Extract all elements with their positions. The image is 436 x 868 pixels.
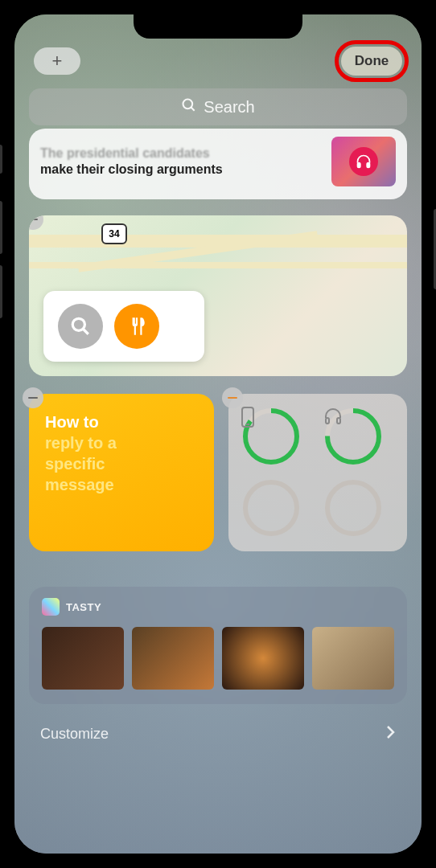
note-line: message [45,474,198,495]
notch [134,14,302,39]
screen: + Done Search The presidential candidate… [14,14,422,854]
map-actions-panel [43,291,204,362]
done-label: Done [355,53,389,69]
maps-widget[interactable]: 34 [29,215,407,376]
search-icon [181,97,197,117]
remove-widget-button[interactable] [23,387,43,408]
search-bar[interactable]: Search [29,88,407,125]
headphones-icon [349,147,378,176]
svg-point-15 [327,482,379,534]
tasty-thumbnails [42,627,394,690]
note-line: How to [45,411,198,432]
add-widget-button[interactable]: + [34,47,80,75]
svg-line-5 [83,329,88,334]
battery-ring-empty [241,478,301,538]
battery-ring-headphones [323,407,383,466]
remove-widget-button[interactable] [29,215,43,230]
route-shield: 34 [101,223,127,244]
tasty-label: TASTY [66,601,101,613]
svg-rect-2 [358,163,360,168]
svg-rect-13 [337,418,340,424]
news-widget[interactable]: The presidential candidates make their c… [29,129,407,199]
top-bar: + Done [29,47,407,76]
customize-button[interactable]: Customize [29,719,407,750]
svg-rect-12 [326,418,329,424]
done-button[interactable]: Done [341,47,402,76]
svg-rect-3 [367,163,369,168]
remove-widget-button[interactable] [222,387,243,408]
svg-point-0 [183,100,193,109]
map-search-button[interactable] [58,304,103,349]
recipe-thumbnail[interactable] [42,627,124,690]
widget-row: How to reply to a specific message [29,394,407,551]
tasty-header: TASTY [42,598,394,616]
mute-switch [0,145,2,174]
news-headline: The presidential candidates make their c… [40,145,322,178]
recipe-thumbnail[interactable] [132,627,214,690]
recipe-thumbnail[interactable] [312,627,394,690]
tasty-widget[interactable]: TASTY [29,587,407,704]
volume-up-button [0,201,2,254]
battery-ring-phone [241,407,301,466]
chevron-right-icon [386,725,396,743]
note-line: specific [45,453,198,474]
recipe-thumbnail[interactable] [222,627,304,690]
plus-icon: + [52,51,63,72]
battery-ring-empty [323,478,383,538]
svg-line-1 [191,108,195,111]
batteries-widget[interactable] [228,394,407,551]
widget-edit-view: + Done Search The presidential candidate… [14,14,422,854]
svg-point-4 [72,318,84,330]
tasty-app-icon [42,598,60,616]
map-food-button[interactable] [114,304,159,349]
phone-frame: + Done Search The presidential candidate… [0,0,436,868]
volume-down-button [0,265,2,318]
svg-point-14 [245,482,297,534]
news-thumbnail [331,137,396,186]
note-line: reply to a [45,432,198,453]
customize-label: Customize [40,726,109,743]
search-placeholder: Search [204,98,254,117]
notes-widget[interactable]: How to reply to a specific message [29,394,214,551]
